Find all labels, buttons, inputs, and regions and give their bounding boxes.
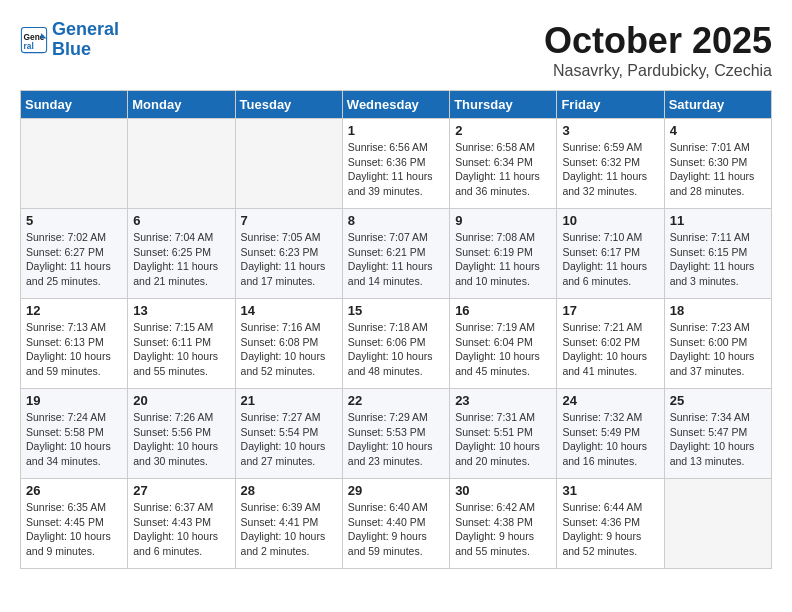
- day-info: Sunrise: 7:19 AM Sunset: 6:04 PM Dayligh…: [455, 320, 551, 379]
- day-number: 11: [670, 213, 766, 228]
- day-number: 15: [348, 303, 444, 318]
- day-info: Sunrise: 7:26 AM Sunset: 5:56 PM Dayligh…: [133, 410, 229, 469]
- day-number: 22: [348, 393, 444, 408]
- day-number: 23: [455, 393, 551, 408]
- day-number: 16: [455, 303, 551, 318]
- calendar-cell: 2Sunrise: 6:58 AM Sunset: 6:34 PM Daylig…: [450, 119, 557, 209]
- days-header-row: SundayMondayTuesdayWednesdayThursdayFrid…: [21, 91, 772, 119]
- day-info: Sunrise: 7:27 AM Sunset: 5:54 PM Dayligh…: [241, 410, 337, 469]
- calendar-cell: 21Sunrise: 7:27 AM Sunset: 5:54 PM Dayli…: [235, 389, 342, 479]
- day-info: Sunrise: 7:16 AM Sunset: 6:08 PM Dayligh…: [241, 320, 337, 379]
- day-info: Sunrise: 7:04 AM Sunset: 6:25 PM Dayligh…: [133, 230, 229, 289]
- week-row-2: 5Sunrise: 7:02 AM Sunset: 6:27 PM Daylig…: [21, 209, 772, 299]
- calendar-cell: 31Sunrise: 6:44 AM Sunset: 4:36 PM Dayli…: [557, 479, 664, 569]
- day-info: Sunrise: 7:24 AM Sunset: 5:58 PM Dayligh…: [26, 410, 122, 469]
- day-info: Sunrise: 7:07 AM Sunset: 6:21 PM Dayligh…: [348, 230, 444, 289]
- calendar-cell: 12Sunrise: 7:13 AM Sunset: 6:13 PM Dayli…: [21, 299, 128, 389]
- day-info: Sunrise: 7:01 AM Sunset: 6:30 PM Dayligh…: [670, 140, 766, 199]
- day-info: Sunrise: 6:42 AM Sunset: 4:38 PM Dayligh…: [455, 500, 551, 559]
- day-info: Sunrise: 6:58 AM Sunset: 6:34 PM Dayligh…: [455, 140, 551, 199]
- week-row-4: 19Sunrise: 7:24 AM Sunset: 5:58 PM Dayli…: [21, 389, 772, 479]
- calendar-cell: 17Sunrise: 7:21 AM Sunset: 6:02 PM Dayli…: [557, 299, 664, 389]
- day-info: Sunrise: 6:37 AM Sunset: 4:43 PM Dayligh…: [133, 500, 229, 559]
- calendar-cell: [21, 119, 128, 209]
- calendar-cell: 24Sunrise: 7:32 AM Sunset: 5:49 PM Dayli…: [557, 389, 664, 479]
- day-number: 13: [133, 303, 229, 318]
- calendar-cell: 15Sunrise: 7:18 AM Sunset: 6:06 PM Dayli…: [342, 299, 449, 389]
- calendar-cell: 16Sunrise: 7:19 AM Sunset: 6:04 PM Dayli…: [450, 299, 557, 389]
- day-info: Sunrise: 7:15 AM Sunset: 6:11 PM Dayligh…: [133, 320, 229, 379]
- day-number: 1: [348, 123, 444, 138]
- day-number: 2: [455, 123, 551, 138]
- calendar-cell: 20Sunrise: 7:26 AM Sunset: 5:56 PM Dayli…: [128, 389, 235, 479]
- col-header-friday: Friday: [557, 91, 664, 119]
- calendar-cell: 25Sunrise: 7:34 AM Sunset: 5:47 PM Dayli…: [664, 389, 771, 479]
- day-number: 30: [455, 483, 551, 498]
- page-header: Gene ral General Blue October 2025 Nasav…: [20, 20, 772, 80]
- week-row-5: 26Sunrise: 6:35 AM Sunset: 4:45 PM Dayli…: [21, 479, 772, 569]
- col-header-sunday: Sunday: [21, 91, 128, 119]
- day-number: 10: [562, 213, 658, 228]
- day-info: Sunrise: 6:35 AM Sunset: 4:45 PM Dayligh…: [26, 500, 122, 559]
- day-info: Sunrise: 7:08 AM Sunset: 6:19 PM Dayligh…: [455, 230, 551, 289]
- calendar-cell: 4Sunrise: 7:01 AM Sunset: 6:30 PM Daylig…: [664, 119, 771, 209]
- calendar-cell: 10Sunrise: 7:10 AM Sunset: 6:17 PM Dayli…: [557, 209, 664, 299]
- col-header-tuesday: Tuesday: [235, 91, 342, 119]
- day-info: Sunrise: 6:39 AM Sunset: 4:41 PM Dayligh…: [241, 500, 337, 559]
- day-number: 25: [670, 393, 766, 408]
- day-number: 12: [26, 303, 122, 318]
- day-info: Sunrise: 7:29 AM Sunset: 5:53 PM Dayligh…: [348, 410, 444, 469]
- logo-icon: Gene ral: [20, 26, 48, 54]
- day-number: 3: [562, 123, 658, 138]
- day-info: Sunrise: 7:32 AM Sunset: 5:49 PM Dayligh…: [562, 410, 658, 469]
- calendar-cell: 23Sunrise: 7:31 AM Sunset: 5:51 PM Dayli…: [450, 389, 557, 479]
- day-number: 6: [133, 213, 229, 228]
- day-info: Sunrise: 7:34 AM Sunset: 5:47 PM Dayligh…: [670, 410, 766, 469]
- day-number: 7: [241, 213, 337, 228]
- calendar-cell: 14Sunrise: 7:16 AM Sunset: 6:08 PM Dayli…: [235, 299, 342, 389]
- day-info: Sunrise: 7:10 AM Sunset: 6:17 PM Dayligh…: [562, 230, 658, 289]
- day-number: 9: [455, 213, 551, 228]
- day-number: 18: [670, 303, 766, 318]
- day-info: Sunrise: 7:23 AM Sunset: 6:00 PM Dayligh…: [670, 320, 766, 379]
- calendar-cell: 8Sunrise: 7:07 AM Sunset: 6:21 PM Daylig…: [342, 209, 449, 299]
- col-header-thursday: Thursday: [450, 91, 557, 119]
- week-row-3: 12Sunrise: 7:13 AM Sunset: 6:13 PM Dayli…: [21, 299, 772, 389]
- day-number: 20: [133, 393, 229, 408]
- calendar-cell: 28Sunrise: 6:39 AM Sunset: 4:41 PM Dayli…: [235, 479, 342, 569]
- week-row-1: 1Sunrise: 6:56 AM Sunset: 6:36 PM Daylig…: [21, 119, 772, 209]
- calendar-cell: 18Sunrise: 7:23 AM Sunset: 6:00 PM Dayli…: [664, 299, 771, 389]
- logo: Gene ral General Blue: [20, 20, 119, 60]
- col-header-saturday: Saturday: [664, 91, 771, 119]
- calendar-cell: [664, 479, 771, 569]
- day-info: Sunrise: 6:56 AM Sunset: 6:36 PM Dayligh…: [348, 140, 444, 199]
- calendar-cell: 22Sunrise: 7:29 AM Sunset: 5:53 PM Dayli…: [342, 389, 449, 479]
- location-subtitle: Nasavrky, Pardubicky, Czechia: [544, 62, 772, 80]
- day-number: 31: [562, 483, 658, 498]
- calendar-cell: 19Sunrise: 7:24 AM Sunset: 5:58 PM Dayli…: [21, 389, 128, 479]
- day-info: Sunrise: 6:40 AM Sunset: 4:40 PM Dayligh…: [348, 500, 444, 559]
- day-number: 19: [26, 393, 122, 408]
- day-info: Sunrise: 6:44 AM Sunset: 4:36 PM Dayligh…: [562, 500, 658, 559]
- calendar-cell: 13Sunrise: 7:15 AM Sunset: 6:11 PM Dayli…: [128, 299, 235, 389]
- day-info: Sunrise: 6:59 AM Sunset: 6:32 PM Dayligh…: [562, 140, 658, 199]
- calendar-cell: 6Sunrise: 7:04 AM Sunset: 6:25 PM Daylig…: [128, 209, 235, 299]
- day-info: Sunrise: 7:05 AM Sunset: 6:23 PM Dayligh…: [241, 230, 337, 289]
- day-number: 8: [348, 213, 444, 228]
- calendar-cell: 29Sunrise: 6:40 AM Sunset: 4:40 PM Dayli…: [342, 479, 449, 569]
- calendar-cell: 9Sunrise: 7:08 AM Sunset: 6:19 PM Daylig…: [450, 209, 557, 299]
- calendar-cell: 26Sunrise: 6:35 AM Sunset: 4:45 PM Dayli…: [21, 479, 128, 569]
- col-header-wednesday: Wednesday: [342, 91, 449, 119]
- day-number: 4: [670, 123, 766, 138]
- calendar-cell: 5Sunrise: 7:02 AM Sunset: 6:27 PM Daylig…: [21, 209, 128, 299]
- title-block: October 2025 Nasavrky, Pardubicky, Czech…: [544, 20, 772, 80]
- calendar-cell: [235, 119, 342, 209]
- calendar-table: SundayMondayTuesdayWednesdayThursdayFrid…: [20, 90, 772, 569]
- day-number: 21: [241, 393, 337, 408]
- day-number: 27: [133, 483, 229, 498]
- col-header-monday: Monday: [128, 91, 235, 119]
- month-title: October 2025: [544, 20, 772, 62]
- day-info: Sunrise: 7:18 AM Sunset: 6:06 PM Dayligh…: [348, 320, 444, 379]
- calendar-cell: 11Sunrise: 7:11 AM Sunset: 6:15 PM Dayli…: [664, 209, 771, 299]
- day-number: 26: [26, 483, 122, 498]
